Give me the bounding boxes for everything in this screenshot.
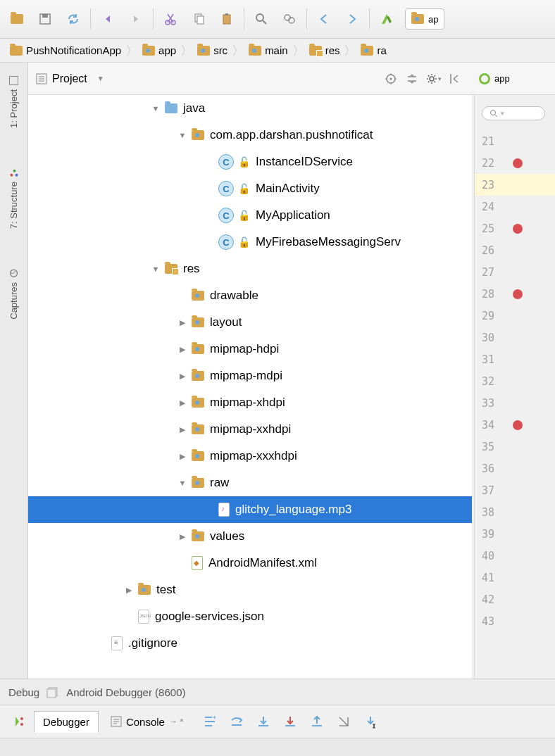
tab-captures[interactable]: Captures <box>8 263 19 325</box>
tree-row[interactable]: ▶mipmap-xxhdpi <box>28 416 472 443</box>
chevron-right-icon[interactable]: ▶ <box>124 586 134 595</box>
chevron-down-icon[interactable]: ▼ <box>151 265 161 273</box>
tree-row[interactable]: C🔓InstanceIDService <box>28 149 472 175</box>
save-icon[interactable] <box>32 6 58 32</box>
line-number[interactable]: 23 <box>475 174 555 196</box>
chevron-down-icon[interactable]: ▼ <box>177 479 187 487</box>
line-number[interactable]: 35 <box>475 436 555 458</box>
breadcrumb-item[interactable]: ra <box>358 44 389 56</box>
tree-row[interactable]: ▼java <box>28 95 472 122</box>
search-input[interactable]: ▾ <box>482 106 545 120</box>
line-number[interactable]: 40 <box>475 545 555 567</box>
line-number[interactable]: 37 <box>475 479 555 501</box>
line-number[interactable]: 25 <box>475 218 555 239</box>
step-over-icon[interactable] <box>225 710 249 733</box>
cut-icon[interactable] <box>158 6 183 32</box>
hide-icon[interactable] <box>444 68 465 89</box>
tree-row[interactable]: ▼raw <box>28 470 472 496</box>
line-number[interactable]: 21 <box>475 130 555 152</box>
sync-icon[interactable] <box>61 6 86 32</box>
tree-row[interactable]: ▼res <box>28 256 472 282</box>
line-number[interactable]: 28 <box>475 283 555 305</box>
line-number[interactable]: 34 <box>475 414 555 436</box>
drop-frame-icon[interactable] <box>332 710 356 733</box>
breakpoint-icon[interactable] <box>513 224 523 234</box>
line-number[interactable]: 33 <box>475 392 555 414</box>
settings-icon[interactable]: ▾ <box>423 68 444 89</box>
tree-row[interactable]: glitchy_language.mp3 <box>28 496 472 523</box>
line-number[interactable]: 38 <box>475 501 555 523</box>
chevron-right-icon[interactable]: ▶ <box>177 452 187 461</box>
app-selector[interactable]: ap <box>405 8 444 30</box>
collapse-icon[interactable] <box>401 68 423 89</box>
target-icon[interactable] <box>380 68 401 89</box>
breakpoint-icon[interactable] <box>513 158 523 168</box>
line-number[interactable]: 42 <box>475 588 555 610</box>
project-tree[interactable]: ▼java▼com.app.darshan.pushnotificatC🔓Ins… <box>28 95 472 679</box>
tree-row[interactable]: ▼com.app.darshan.pushnotificat <box>28 122 472 149</box>
find-icon[interactable] <box>249 6 274 32</box>
redo-icon[interactable] <box>123 6 149 32</box>
line-number[interactable]: 29 <box>475 305 555 327</box>
tree-row[interactable]: .gitignore <box>28 630 472 657</box>
tree-row[interactable]: ▶test <box>28 577 472 603</box>
line-number[interactable]: 22 <box>475 152 555 174</box>
chevron-right-icon[interactable]: ▶ <box>177 532 187 541</box>
line-number[interactable]: 31 <box>475 348 555 370</box>
show-execution-icon[interactable] <box>198 710 222 733</box>
tree-row[interactable]: drawable <box>28 282 472 309</box>
copy-icon[interactable] <box>186 6 211 32</box>
line-number[interactable]: 24 <box>475 196 555 218</box>
replace-icon[interactable] <box>277 6 302 32</box>
tree-row[interactable]: C🔓MyApplication <box>28 202 472 229</box>
step-into-icon[interactable] <box>251 710 275 733</box>
chevron-right-icon[interactable]: ▶ <box>177 425 187 434</box>
chevron-down-icon[interactable]: ▼ <box>151 104 161 113</box>
breakpoint-icon[interactable] <box>513 420 523 430</box>
line-number[interactable]: 41 <box>475 567 555 588</box>
line-number[interactable]: 26 <box>475 239 555 261</box>
line-number[interactable]: 30 <box>475 327 555 348</box>
forward-icon[interactable] <box>339 6 365 32</box>
chevron-right-icon[interactable]: ▶ <box>177 398 187 408</box>
step-out-icon[interactable] <box>305 710 329 733</box>
force-step-into-icon[interactable] <box>278 710 302 733</box>
breadcrumb-item[interactable]: src <box>194 44 230 56</box>
tree-row[interactable]: ▶mipmap-hdpi <box>28 336 472 363</box>
breadcrumb-item[interactable]: res <box>306 44 343 56</box>
breadcrumb-item[interactable]: main <box>246 44 291 56</box>
resume-icon[interactable] <box>7 710 31 733</box>
back-icon[interactable] <box>311 6 337 32</box>
line-number[interactable]: 36 <box>475 458 555 479</box>
chevron-right-icon[interactable]: ▶ <box>177 345 187 354</box>
paste-icon[interactable] <box>214 6 239 32</box>
project-view-selector[interactable]: Project ▼ <box>35 73 208 85</box>
line-number[interactable]: 27 <box>475 261 555 283</box>
build-icon[interactable] <box>374 6 399 32</box>
editor-tab-label[interactable]: app <box>494 73 510 84</box>
tree-row[interactable]: google-services.json <box>28 603 472 630</box>
tab-debugger[interactable]: Debugger <box>34 711 99 733</box>
line-number[interactable]: 43 <box>475 610 555 632</box>
tab-console[interactable]: Console →＊ <box>101 711 195 733</box>
line-number[interactable]: 39 <box>475 523 555 545</box>
run-to-cursor-icon[interactable] <box>358 710 382 733</box>
breakpoint-icon[interactable] <box>513 289 523 299</box>
chevron-right-icon[interactable]: ▶ <box>177 318 187 327</box>
tree-row[interactable]: AndroidManifest.xml <box>28 550 472 577</box>
breadcrumb-item[interactable]: PushNotificationApp <box>7 44 124 56</box>
chevron-right-icon[interactable]: ▶ <box>177 372 187 381</box>
open-icon[interactable] <box>4 6 30 32</box>
tree-row[interactable]: ▶values <box>28 523 472 550</box>
breadcrumb-item[interactable]: app <box>139 44 179 56</box>
tree-row[interactable]: ▶mipmap-xhdpi <box>28 389 472 416</box>
line-number[interactable]: 32 <box>475 370 555 392</box>
tree-row[interactable]: ▶mipmap-xxxhdpi <box>28 443 472 470</box>
tree-row[interactable]: C🔓MyFirebaseMessagingServ <box>28 229 472 256</box>
tab-structure[interactable]: 7: Structure <box>8 162 19 234</box>
tree-row[interactable]: ▶mipmap-mdpi <box>28 363 472 389</box>
chevron-down-icon[interactable]: ▼ <box>177 131 187 139</box>
undo-icon[interactable] <box>95 6 120 32</box>
tree-row[interactable]: ▶layout <box>28 309 472 336</box>
tab-project[interactable]: 1: Project <box>8 70 19 134</box>
